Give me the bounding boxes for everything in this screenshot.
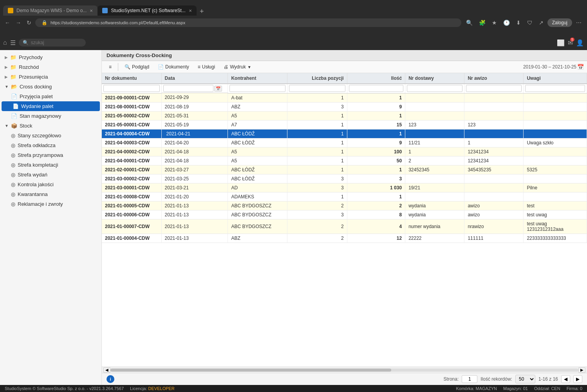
dokumenty-button[interactable]: 📄 Dokumenty	[154, 63, 193, 71]
filter-input-liczba-pozycji[interactable]	[289, 85, 345, 92]
filter-nr-dostawy[interactable]	[405, 84, 464, 93]
sidebar-item-strefa-kompletacji[interactable]: ◎ Strefa kompletacji	[0, 160, 101, 170]
wydruk-button[interactable]: 🖨 Wydruk ▼	[220, 63, 255, 71]
cell-data: 2021-04-20	[161, 138, 228, 147]
table-row[interactable]: 2021-01-00006-CDW2021-01-13ABC BYDGOSZCZ…	[102, 210, 587, 219]
sidebar-item-wydanie-palet[interactable]: 📄 Wydanie palet	[2, 101, 100, 111]
menu-browser-icon[interactable]: ⋯	[574, 18, 584, 27]
shield-icon[interactable]: 🛡	[525, 18, 535, 27]
prev-page-button[interactable]: ◀	[561, 375, 570, 383]
sidebar-item-przychody[interactable]: ▶ 📁 Przychody	[0, 52, 101, 62]
scrollbar-thumb[interactable]	[110, 369, 391, 372]
tab1-close[interactable]: ✕	[90, 9, 93, 13]
filter-input-kontrahent[interactable]	[229, 85, 285, 92]
new-tab-button[interactable]: +	[197, 7, 207, 16]
tab2-close[interactable]: ✕	[189, 9, 192, 13]
sidebar-item-reklamacje[interactable]: ◎ Reklamacje i zwroty	[0, 199, 101, 209]
search-browser-icon[interactable]: 🔍	[464, 18, 475, 27]
table-row[interactable]: 2021-04-00002-CDW2021-04-18A511001123412…	[102, 147, 587, 156]
filter-liczba-pozycji[interactable]	[287, 84, 347, 93]
cell-kontrahent: A-bat	[228, 93, 287, 102]
tab-1[interactable]: Demo Magazyn WMS - Demo o... ✕	[3, 5, 98, 16]
filter-calendar-button[interactable]: 📅	[214, 86, 222, 92]
search-input[interactable]	[31, 40, 82, 45]
sidebar-label-przesunięcia: Przesunięcia	[19, 74, 48, 80]
address-field[interactable]: 🔒 https://studiosystemdemo.softwarestudi…	[35, 18, 461, 27]
filter-input-nr-dokumentu[interactable]	[103, 85, 160, 92]
cell-liczba_pozycji: 1	[287, 138, 347, 147]
table-row[interactable]: 2021-01-00008-CDW2021-01-20ADAMEKS11	[102, 192, 587, 201]
tab-2[interactable]: StudioSystem.NET (c) SoftwareSt... ✕	[98, 5, 197, 16]
table-row[interactable]: 2021-05-00002-CDW2021-05-31A511	[102, 111, 587, 120]
filter-input-data[interactable]	[163, 85, 213, 92]
notification-icon[interactable]: ✉ 5	[568, 39, 573, 47]
filter-input-ilosc[interactable]	[349, 85, 404, 92]
uslugi-button[interactable]: ≡ Usługi	[194, 63, 219, 71]
filter-uwagi[interactable]	[524, 84, 587, 93]
sidebar-item-kwarantanna[interactable]: ◎ Kwarantanna	[0, 189, 101, 199]
table-row[interactable]: 2021-09-00001-CDW2021-09-29A-bat11	[102, 93, 587, 102]
cell-kontrahent: A5	[228, 111, 287, 120]
cell-liczba_pozycji: 3	[287, 174, 347, 183]
table-row[interactable]: 2021-04-00004-CDW2021-04-21ABC ŁÓDŹ11	[102, 129, 587, 138]
hamburger-icon[interactable]: ☰	[10, 39, 16, 47]
refresh-button[interactable]: ↻	[25, 18, 33, 27]
login-button[interactable]: Zaloguj	[547, 18, 572, 27]
table-row[interactable]: 2021-02-00001-CDW2021-03-27ABC ŁÓDŹ11324…	[102, 165, 587, 174]
podglad-button[interactable]: 🔍 Podgląd	[121, 63, 153, 71]
screen-icon[interactable]: ⬜	[557, 39, 565, 47]
filter-data[interactable]: 📅	[162, 84, 228, 93]
page-input[interactable]	[462, 375, 477, 383]
table-row[interactable]: 2021-04-00001-CDW2021-04-18A515021234123…	[102, 156, 587, 165]
back-button[interactable]: ←	[3, 18, 12, 27]
forward-button[interactable]: →	[14, 18, 23, 27]
filter-kontrahent[interactable]	[228, 84, 287, 93]
cell-nr_dostawy: 1	[405, 147, 464, 156]
filter-input-uwagi[interactable]	[525, 85, 585, 92]
filter-nr-dokumentu[interactable]	[102, 84, 161, 93]
search-box[interactable]: 🔍	[19, 39, 86, 47]
sidebar-item-rozchod[interactable]: ▶ 📁 Rozchód	[0, 62, 101, 72]
sidebar-item-stany-szczegolowo[interactable]: ◎ Stany szczegółowo	[0, 131, 101, 140]
cell-ilosc: 9	[347, 138, 405, 147]
table-row[interactable]: 2021-08-00001-CDW2021-08-19ABZ39	[102, 102, 587, 111]
scroll-right-button[interactable]: ▶	[578, 367, 585, 373]
sidebar-item-stan-magazynowy[interactable]: 📄 Stan magazynowy	[0, 111, 101, 121]
sidebar-item-strefa-wydan[interactable]: ◎ Strefa wydań	[0, 170, 101, 180]
scrollbar-track[interactable]	[110, 369, 578, 372]
next-page-button[interactable]: ▶	[573, 375, 582, 383]
table-row[interactable]: 2021-01-00004-CDW2021-01-13ABZ2122222211…	[102, 234, 587, 243]
filter-nr-awizo[interactable]	[464, 84, 524, 93]
sidebar-item-strefa-odkladcza[interactable]: ◎ Strefa odkładcza	[0, 140, 101, 150]
per-page-select[interactable]: 50 25 100	[515, 375, 535, 383]
horizontal-scrollbar[interactable]: ◀ ▶	[102, 367, 587, 373]
info-icon[interactable]: i	[107, 375, 114, 383]
sidebar-item-przesunięcia[interactable]: ▶ 📁 Przesunięcia	[0, 72, 101, 82]
table-row[interactable]: 2021-03-00002-CDW2021-03-25ABC ŁÓDŹ33	[102, 174, 587, 183]
sidebar-item-stock[interactable]: ▼ 📦 Stock	[0, 121, 101, 131]
filter-input-nr-dostawy[interactable]	[407, 85, 462, 92]
table-row[interactable]: 2021-01-00005-CDW2021-01-13ABC BYDGOSZCZ…	[102, 201, 587, 210]
history-icon[interactable]: 🕐	[501, 18, 512, 27]
table-row[interactable]: 2021-05-00001-CDW2021-05-19A7115123123	[102, 120, 587, 129]
sidebar-item-strefa-przyrampowa[interactable]: ◎ Strefa przyrampowa	[0, 150, 101, 160]
tab2-icon	[102, 8, 108, 13]
calendar-icon[interactable]: 📅	[577, 64, 584, 70]
downloads-icon[interactable]: ⬇	[514, 18, 523, 27]
sidebar-item-kontrola-jakosci[interactable]: ◎ Kontrola jakości	[0, 180, 101, 189]
extensions-icon[interactable]: 🧩	[477, 18, 488, 27]
table-row[interactable]: 2021-01-00007-CDW2021-01-13ABC BYDGOSZCZ…	[102, 219, 587, 234]
sidebar-item-przyjecia-palet[interactable]: 📄 Przyjęcia palet	[0, 92, 101, 101]
user-icon[interactable]: 👤	[576, 39, 584, 47]
scroll-left-button[interactable]: ◀	[103, 367, 110, 373]
table-row[interactable]: 2021-03-00001-CDW2021-03-21AD31 03019/21…	[102, 183, 587, 192]
table-row[interactable]: 2021-04-00003-CDW2021-04-20ABC ŁÓDŹ1911/…	[102, 138, 587, 147]
menu-button[interactable]: ≡	[105, 63, 116, 71]
home-icon[interactable]: ⌂	[3, 39, 7, 46]
cell-nr_awizo: 111111	[464, 234, 524, 243]
filter-ilosc[interactable]	[347, 84, 405, 93]
sidebar-item-cross-docking[interactable]: ▼ 📂 Cross docking	[0, 82, 101, 92]
favorites-icon[interactable]: ★	[489, 18, 499, 27]
share-icon[interactable]: ↗	[536, 18, 546, 27]
filter-input-nr-awizo[interactable]	[466, 85, 522, 92]
